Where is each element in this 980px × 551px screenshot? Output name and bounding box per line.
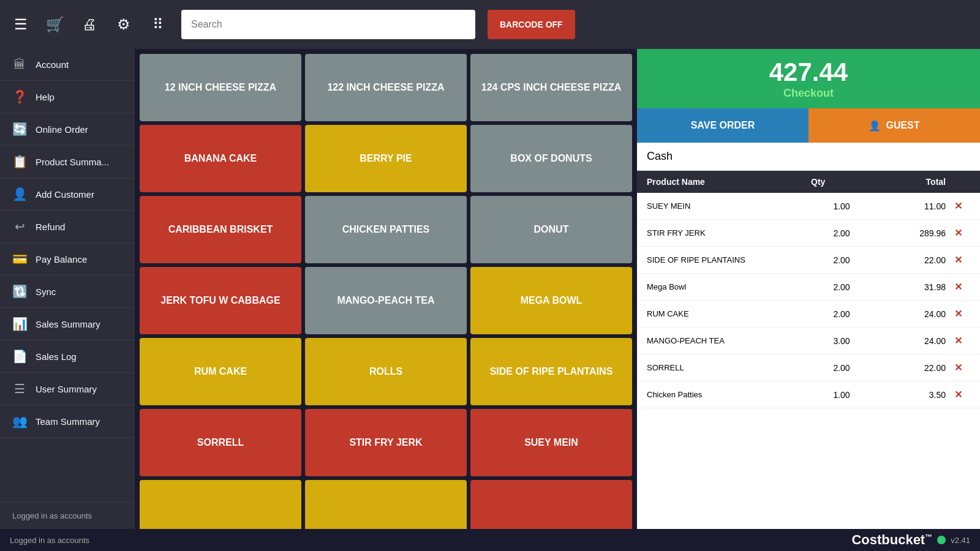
brand-name: Costbucket™ [851,532,932,548]
sidebar-item-help[interactable]: ❓ Help [0,81,135,113]
order-product-name: SIDE OF RIPE PLANTAINS [647,255,811,264]
sales-log-icon: 📄 [12,349,27,364]
product-summary-icon: 📋 [12,154,27,169]
help-icon: ❓ [12,89,27,104]
remove-item-button[interactable]: ✕ [946,200,970,212]
order-qty: 3.00 [811,336,872,346]
product-btn-4[interactable]: BERRY PIE [305,125,467,192]
sidebar-label-user-summary: User Summary [36,384,97,394]
order-row: SUEY MEIN 1.00 11.00 ✕ [637,193,980,220]
remove-item-button[interactable]: ✕ [946,335,970,347]
order-total: 11.00 [872,201,946,211]
order-product-name: Mega Bowl [647,282,811,291]
product-btn-17[interactable]: SUEY MEIN [470,409,632,476]
order-total: 31.98 [872,282,946,292]
order-qty: 2.00 [811,309,872,319]
product-grid: 12 INCH CHEESE PIZZA122 INCH CHEESE PIZZ… [135,49,637,529]
sidebar-item-sales-log[interactable]: 📄 Sales Log [0,340,135,373]
sidebar-item-pay-balance[interactable]: 💳 Pay Balance [0,243,135,276]
order-product-name: SORRELL [647,363,811,372]
order-product-name: MANGO-PEACH TEA [647,336,811,345]
product-btn-12[interactable]: RUM CAKE [140,338,301,405]
right-panel: 427.44 Checkout SAVE ORDER 👤 GUEST Cash … [637,49,980,529]
remove-item-button[interactable]: ✕ [946,254,970,266]
product-btn-3[interactable]: BANANA CAKE [140,125,301,192]
guest-button[interactable]: 👤 GUEST [809,108,980,143]
product-btn-6[interactable]: CARIBBEAN BRISKET [140,196,301,263]
sidebar: 🏛 Account ❓ Help 🔄 Online Order 📋 Produc… [0,49,135,529]
sidebar-label-sales-log: Sales Log [36,351,77,362]
sidebar-item-online-order[interactable]: 🔄 Online Order [0,113,135,146]
order-total: 24.00 [872,309,946,319]
order-table-header: Product Name Qty Total [637,171,980,193]
order-row: SIDE OF RIPE PLANTAINS 2.00 22.00 ✕ [637,247,980,274]
remove-item-button[interactable]: ✕ [946,227,970,239]
sidebar-label-account: Account [36,59,69,70]
remove-item-button[interactable]: ✕ [946,281,970,293]
settings-icon[interactable]: ⚙ [113,16,135,33]
action-row: SAVE ORDER 👤 GUEST [637,108,980,143]
product-btn-8[interactable]: DONUT [470,196,632,263]
account-icon: 🏛 [12,58,27,72]
product-btn-7[interactable]: CHICKEN PATTIES [305,196,467,263]
order-qty: 2.00 [811,363,872,373]
product-btn-9[interactable]: JERK TOFU W CABBAGE [140,267,301,334]
product-btn-16[interactable]: STIR FRY JERK [305,409,467,476]
order-product-name: RUM CAKE [647,309,811,318]
sidebar-label-product-summary: Product Summa... [36,157,109,167]
print-icon[interactable]: 🖨 [78,16,100,33]
product-btn-5[interactable]: BOX OF DONUTS [470,125,632,192]
product-btn-13[interactable]: ROLLS [305,338,467,405]
payment-type: Cash [637,143,980,171]
top-bar: ☰ 🛒 🖨 ⚙ ⠿ BARCODE OFF [0,0,980,49]
order-qty: 2.00 [811,282,872,292]
remove-item-button[interactable]: ✕ [946,308,970,320]
add-customer-icon: 👤 [12,187,27,201]
sidebar-item-sync[interactable]: 🔃 Sync [0,276,135,308]
product-btn-2[interactable]: 124 CPS INCH CHEESE PIZZA [470,54,632,121]
cart-icon[interactable]: 🛒 [44,16,66,33]
product-btn-18[interactable] [140,480,301,529]
product-btn-11[interactable]: MEGA BOWL [470,267,632,334]
sidebar-item-add-customer[interactable]: 👤 Add Customer [0,178,135,211]
order-row: Mega Bowl 2.00 31.98 ✕ [637,274,980,301]
order-total: 289.96 [872,228,946,238]
order-row: Chicken Patties 1.00 3.50 ✕ [637,381,980,408]
sidebar-item-product-summary[interactable]: 📋 Product Summa... [0,146,135,178]
sidebar-item-user-summary[interactable]: ☰ User Summary [0,373,135,405]
product-btn-10[interactable]: MANGO-PEACH TEA [305,267,467,334]
bottom-bar: Logged in as accounts Costbucket™ v2.41 [0,529,980,551]
order-total: 22.00 [872,363,946,373]
sidebar-label-sales-summary: Sales Summary [36,319,100,329]
sidebar-item-account[interactable]: 🏛 Account [0,49,135,81]
sidebar-label-refund: Refund [36,222,65,232]
remove-item-button[interactable]: ✕ [946,389,970,400]
hamburger-icon[interactable]: ☰ [10,16,32,33]
logged-in-status: Logged in as accounts [0,502,135,529]
sidebar-label-online-order: Online Order [36,124,88,135]
product-btn-19[interactable] [305,480,467,529]
order-row: SORRELL 2.00 22.00 ✕ [637,354,980,381]
order-row: RUM CAKE 2.00 24.00 ✕ [637,301,980,328]
sidebar-label-team-summary: Team Summary [36,416,100,427]
order-product-name: STIR FRY JERK [647,228,811,238]
grid-icon[interactable]: ⠿ [147,16,169,33]
online-order-icon: 🔄 [12,122,27,137]
sidebar-item-sales-summary[interactable]: 📊 Sales Summary [0,308,135,340]
order-total: 3.50 [872,390,946,400]
sidebar-item-team-summary[interactable]: 👥 Team Summary [0,405,135,438]
product-btn-0[interactable]: 12 INCH CHEESE PIZZA [140,54,301,121]
user-summary-icon: ☰ [12,381,27,396]
order-product-name: Chicken Patties [647,390,811,399]
save-order-button[interactable]: SAVE ORDER [637,108,809,143]
product-btn-15[interactable]: SORRELL [140,409,301,476]
product-btn-14[interactable]: SIDE OF RIPE PLANTAINS [470,338,632,405]
refund-icon: ↩ [12,219,27,234]
search-input[interactable] [181,10,475,39]
header-total: Total [872,177,946,187]
product-btn-20[interactable] [470,480,632,529]
product-btn-1[interactable]: 122 INCH CHEESE PIZZA [305,54,467,121]
sidebar-item-refund[interactable]: ↩ Refund [0,211,135,243]
barcode-button[interactable]: BARCODE OFF [488,10,575,39]
remove-item-button[interactable]: ✕ [946,362,970,373]
